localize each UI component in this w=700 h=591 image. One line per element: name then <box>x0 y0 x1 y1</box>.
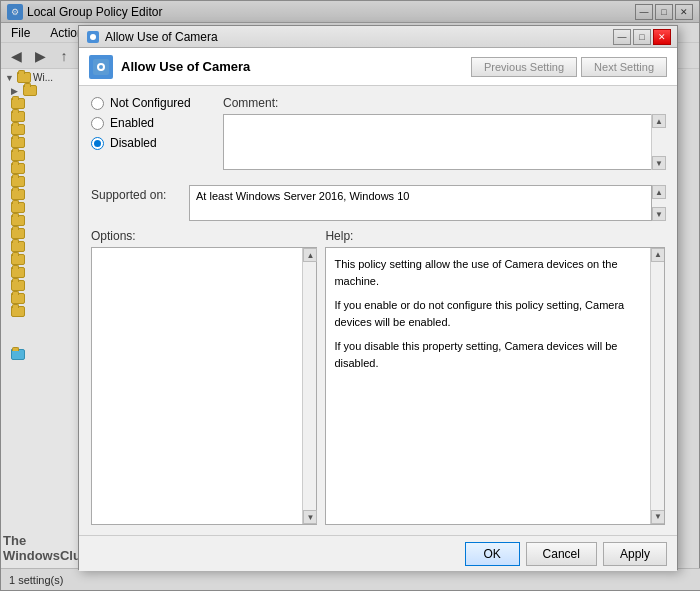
radio-disabled-label: Disabled <box>110 136 157 150</box>
ok-button[interactable]: OK <box>465 542 520 566</box>
modal-body: Not Configured Enabled Disabled Comment: <box>79 86 677 535</box>
radio-enabled-input[interactable] <box>91 117 104 130</box>
help-scroll-up[interactable]: ▲ <box>651 248 665 262</box>
options-scroll-down[interactable]: ▼ <box>303 510 317 524</box>
options-help-row: Options: ▲ ▼ Help: This policy setting a… <box>91 229 665 525</box>
supported-row: Supported on: At least Windows Server 20… <box>91 185 665 221</box>
help-text-1: This policy setting allow the use of Cam… <box>334 256 656 289</box>
cancel-button[interactable]: Cancel <box>526 542 597 566</box>
help-scrollbar[interactable]: ▲ ▼ <box>650 248 664 524</box>
top-row: Not Configured Enabled Disabled Comment: <box>91 96 665 173</box>
modal-window: Allow Use of Camera — □ ✕ Allow Use of C… <box>78 25 678 570</box>
help-label: Help: <box>325 229 665 243</box>
comment-scrollbar[interactable]: ▲ ▼ <box>651 114 665 170</box>
comment-scroll-down[interactable]: ▼ <box>652 156 666 170</box>
comment-section: Comment: ▲ ▼ <box>223 96 665 173</box>
modal-maximize-button[interactable]: □ <box>633 29 651 45</box>
modal-nav-buttons: Previous Setting Next Setting <box>471 57 667 77</box>
radio-disabled-input[interactable] <box>91 137 104 150</box>
options-section: Options: ▲ ▼ <box>91 229 317 525</box>
previous-setting-button[interactable]: Previous Setting <box>471 57 577 77</box>
supported-box-wrapper: At least Windows Server 2016, Windows 10… <box>189 185 665 221</box>
svg-point-1 <box>90 34 96 40</box>
radio-not-configured-input[interactable] <box>91 97 104 110</box>
modal-app-icon <box>85 29 101 45</box>
comment-scroll-up[interactable]: ▲ <box>652 114 666 128</box>
options-scroll-up[interactable]: ▲ <box>303 248 317 262</box>
radio-enabled-label: Enabled <box>110 116 154 130</box>
radio-enabled[interactable]: Enabled <box>91 116 211 130</box>
supported-label: Supported on: <box>91 185 181 202</box>
apply-button[interactable]: Apply <box>603 542 667 566</box>
comment-label: Comment: <box>223 96 665 110</box>
supported-scrollbar[interactable]: ▲ ▼ <box>651 185 665 221</box>
modal-win-controls: — □ ✕ <box>613 29 671 45</box>
supported-scroll-up[interactable]: ▲ <box>652 185 666 199</box>
options-scrollbar[interactable]: ▲ ▼ <box>302 248 316 524</box>
supported-scroll-down[interactable]: ▼ <box>652 207 666 221</box>
modal-close-button[interactable]: ✕ <box>653 29 671 45</box>
next-setting-button[interactable]: Next Setting <box>581 57 667 77</box>
supported-value-box: At least Windows Server 2016, Windows 10 <box>189 185 665 221</box>
modal-header-title: Allow Use of Camera <box>121 59 463 74</box>
modal-title: Allow Use of Camera <box>105 30 609 44</box>
supported-section: Supported on: At least Windows Server 20… <box>91 185 665 221</box>
svg-point-4 <box>99 65 103 69</box>
supported-value: At least Windows Server 2016, Windows 10 <box>196 190 409 202</box>
help-text-2: If you enable or do not configure this p… <box>334 297 656 330</box>
radio-disabled[interactable]: Disabled <box>91 136 211 150</box>
modal-footer: OK Cancel Apply <box>79 535 677 571</box>
options-label: Options: <box>91 229 317 243</box>
help-box: This policy setting allow the use of Cam… <box>325 247 665 525</box>
help-scroll-down[interactable]: ▼ <box>651 510 665 524</box>
options-box: ▲ ▼ <box>91 247 317 525</box>
comment-textarea[interactable] <box>223 114 665 170</box>
help-section: Help: This policy setting allow the use … <box>325 229 665 525</box>
radio-not-configured[interactable]: Not Configured <box>91 96 211 110</box>
radio-not-configured-label: Not Configured <box>110 96 191 110</box>
modal-titlebar: Allow Use of Camera — □ ✕ <box>79 26 677 48</box>
modal-minimize-button[interactable]: — <box>613 29 631 45</box>
modal-header: Allow Use of Camera Previous Setting Nex… <box>79 48 677 86</box>
radio-group: Not Configured Enabled Disabled <box>91 96 211 173</box>
help-text-3: If you disable this property setting, Ca… <box>334 338 656 371</box>
modal-header-icon <box>89 55 113 79</box>
